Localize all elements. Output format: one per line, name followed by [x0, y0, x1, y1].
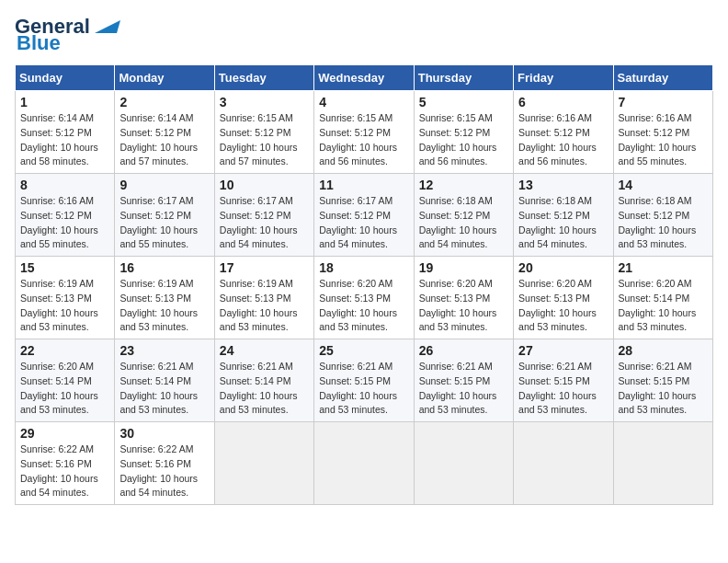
- svg-marker-0: [95, 20, 120, 33]
- calendar-week-3: 15 Sunrise: 6:19 AMSunset: 5:13 PMDaylig…: [16, 257, 713, 339]
- day-info: Sunrise: 6:14 AMSunset: 5:12 PMDaylight:…: [119, 112, 198, 167]
- calendar-cell: 28 Sunrise: 6:21 AMSunset: 5:15 PMDaylig…: [613, 339, 712, 422]
- day-number: 22: [20, 343, 109, 358]
- day-info: Sunrise: 6:22 AMSunset: 5:16 PMDaylight:…: [20, 443, 98, 498]
- calendar-week-4: 22 Sunrise: 6:20 AMSunset: 5:14 PMDaylig…: [16, 339, 713, 422]
- day-info: Sunrise: 6:19 AMSunset: 5:13 PMDaylight:…: [119, 278, 198, 332]
- day-number: 20: [518, 260, 608, 275]
- calendar-cell: 4 Sunrise: 6:15 AMSunset: 5:12 PMDayligh…: [314, 91, 414, 174]
- calendar-cell: 1 Sunrise: 6:14 AMSunset: 5:12 PMDayligh…: [16, 91, 115, 174]
- day-number: 15: [20, 260, 109, 275]
- calendar-cell: [214, 422, 313, 505]
- calendar-cell: 8 Sunrise: 6:16 AMSunset: 5:12 PMDayligh…: [16, 174, 115, 257]
- day-number: 29: [20, 426, 109, 441]
- weekday-header-row: SundayMondayTuesdayWednesdayThursdayFrid…: [16, 65, 713, 91]
- weekday-header-friday: Friday: [514, 65, 613, 91]
- day-info: Sunrise: 6:22 AMSunset: 5:16 PMDaylight:…: [119, 443, 198, 498]
- calendar-cell: 16 Sunrise: 6:19 AMSunset: 5:13 PMDaylig…: [115, 257, 214, 339]
- day-info: Sunrise: 6:20 AMSunset: 5:13 PMDaylight:…: [319, 278, 397, 332]
- calendar-week-2: 8 Sunrise: 6:16 AMSunset: 5:12 PMDayligh…: [16, 174, 713, 257]
- calendar-cell: [414, 422, 513, 505]
- calendar-cell: [514, 422, 613, 505]
- calendar-cell: [314, 422, 414, 505]
- calendar-cell: 19 Sunrise: 6:20 AMSunset: 5:13 PMDaylig…: [414, 257, 513, 339]
- calendar-cell: 30 Sunrise: 6:22 AMSunset: 5:16 PMDaylig…: [115, 422, 214, 505]
- day-number: 19: [419, 260, 508, 275]
- day-number: 30: [119, 426, 209, 441]
- day-info: Sunrise: 6:16 AMSunset: 5:12 PMDaylight:…: [518, 112, 597, 167]
- calendar-cell: 14 Sunrise: 6:18 AMSunset: 5:12 PMDaylig…: [613, 174, 712, 257]
- calendar-cell: 11 Sunrise: 6:17 AMSunset: 5:12 PMDaylig…: [314, 174, 414, 257]
- day-number: 11: [319, 178, 408, 192]
- calendar-cell: 22 Sunrise: 6:20 AMSunset: 5:14 PMDaylig…: [16, 339, 115, 422]
- calendar-cell: 12 Sunrise: 6:18 AMSunset: 5:12 PMDaylig…: [414, 174, 513, 257]
- weekday-header-thursday: Thursday: [414, 65, 513, 91]
- day-info: Sunrise: 6:15 AMSunset: 5:12 PMDaylight:…: [419, 112, 497, 167]
- day-info: Sunrise: 6:14 AMSunset: 5:12 PMDaylight:…: [20, 112, 98, 167]
- day-number: 14: [619, 178, 708, 192]
- day-info: Sunrise: 6:21 AMSunset: 5:14 PMDaylight:…: [119, 361, 198, 415]
- day-info: Sunrise: 6:16 AMSunset: 5:12 PMDaylight:…: [619, 112, 697, 167]
- day-number: 4: [319, 95, 408, 109]
- day-number: 3: [220, 95, 309, 109]
- calendar-cell: 2 Sunrise: 6:14 AMSunset: 5:12 PMDayligh…: [115, 91, 214, 174]
- day-info: Sunrise: 6:20 AMSunset: 5:13 PMDaylight:…: [419, 278, 497, 332]
- day-info: Sunrise: 6:21 AMSunset: 5:15 PMDaylight:…: [319, 361, 397, 415]
- day-number: 2: [119, 95, 209, 109]
- day-info: Sunrise: 6:19 AMSunset: 5:13 PMDaylight:…: [20, 278, 98, 332]
- calendar-cell: 9 Sunrise: 6:17 AMSunset: 5:12 PMDayligh…: [115, 174, 214, 257]
- calendar-cell: 3 Sunrise: 6:15 AMSunset: 5:12 PMDayligh…: [214, 91, 313, 174]
- day-info: Sunrise: 6:21 AMSunset: 5:15 PMDaylight:…: [419, 361, 497, 415]
- day-info: Sunrise: 6:16 AMSunset: 5:12 PMDaylight:…: [20, 195, 98, 249]
- day-info: Sunrise: 6:17 AMSunset: 5:12 PMDaylight:…: [220, 195, 298, 249]
- calendar-cell: [613, 422, 712, 505]
- day-number: 1: [20, 95, 109, 109]
- logo: General Blue: [15, 15, 120, 55]
- day-number: 7: [619, 95, 708, 109]
- weekday-header-wednesday: Wednesday: [314, 65, 414, 91]
- day-number: 23: [119, 343, 209, 358]
- calendar-cell: 24 Sunrise: 6:21 AMSunset: 5:14 PMDaylig…: [214, 339, 313, 422]
- day-number: 9: [119, 178, 209, 192]
- day-number: 5: [419, 95, 508, 109]
- day-info: Sunrise: 6:18 AMSunset: 5:12 PMDaylight:…: [518, 195, 597, 249]
- day-info: Sunrise: 6:18 AMSunset: 5:12 PMDaylight:…: [619, 195, 697, 249]
- calendar-cell: 18 Sunrise: 6:20 AMSunset: 5:13 PMDaylig…: [314, 257, 414, 339]
- calendar-cell: 15 Sunrise: 6:19 AMSunset: 5:13 PMDaylig…: [16, 257, 115, 339]
- header: General Blue: [15, 15, 713, 55]
- day-number: 6: [518, 95, 608, 109]
- day-number: 17: [220, 260, 309, 275]
- day-info: Sunrise: 6:20 AMSunset: 5:14 PMDaylight:…: [619, 278, 697, 332]
- calendar-week-1: 1 Sunrise: 6:14 AMSunset: 5:12 PMDayligh…: [16, 91, 713, 174]
- day-number: 10: [220, 178, 309, 192]
- calendar-cell: 26 Sunrise: 6:21 AMSunset: 5:15 PMDaylig…: [414, 339, 513, 422]
- day-number: 21: [619, 260, 708, 275]
- calendar-cell: 10 Sunrise: 6:17 AMSunset: 5:12 PMDaylig…: [214, 174, 313, 257]
- calendar-cell: 17 Sunrise: 6:19 AMSunset: 5:13 PMDaylig…: [214, 257, 313, 339]
- day-number: 28: [619, 343, 708, 358]
- day-info: Sunrise: 6:15 AMSunset: 5:12 PMDaylight:…: [220, 112, 298, 167]
- day-info: Sunrise: 6:17 AMSunset: 5:12 PMDaylight:…: [319, 195, 397, 249]
- day-number: 25: [319, 343, 408, 358]
- calendar-cell: 6 Sunrise: 6:16 AMSunset: 5:12 PMDayligh…: [514, 91, 613, 174]
- day-info: Sunrise: 6:17 AMSunset: 5:12 PMDaylight:…: [119, 195, 198, 249]
- calendar-cell: 25 Sunrise: 6:21 AMSunset: 5:15 PMDaylig…: [314, 339, 414, 422]
- calendar-cell: 27 Sunrise: 6:21 AMSunset: 5:15 PMDaylig…: [514, 339, 613, 422]
- logo-blue: Blue: [17, 31, 61, 55]
- day-number: 8: [20, 178, 109, 192]
- day-info: Sunrise: 6:20 AMSunset: 5:13 PMDaylight:…: [518, 278, 597, 332]
- calendar-cell: 23 Sunrise: 6:21 AMSunset: 5:14 PMDaylig…: [115, 339, 214, 422]
- calendar-cell: 29 Sunrise: 6:22 AMSunset: 5:16 PMDaylig…: [16, 422, 115, 505]
- day-info: Sunrise: 6:18 AMSunset: 5:12 PMDaylight:…: [419, 195, 497, 249]
- weekday-header-monday: Monday: [115, 65, 214, 91]
- day-number: 12: [419, 178, 508, 192]
- day-info: Sunrise: 6:21 AMSunset: 5:15 PMDaylight:…: [518, 361, 597, 415]
- calendar-cell: 7 Sunrise: 6:16 AMSunset: 5:12 PMDayligh…: [613, 91, 712, 174]
- day-number: 18: [319, 260, 408, 275]
- day-info: Sunrise: 6:20 AMSunset: 5:14 PMDaylight:…: [20, 361, 98, 415]
- day-info: Sunrise: 6:21 AMSunset: 5:15 PMDaylight:…: [619, 361, 697, 415]
- day-info: Sunrise: 6:15 AMSunset: 5:12 PMDaylight:…: [319, 112, 397, 167]
- weekday-header-saturday: Saturday: [613, 65, 712, 91]
- day-number: 13: [518, 178, 608, 192]
- logo-wing-icon: [91, 17, 120, 37]
